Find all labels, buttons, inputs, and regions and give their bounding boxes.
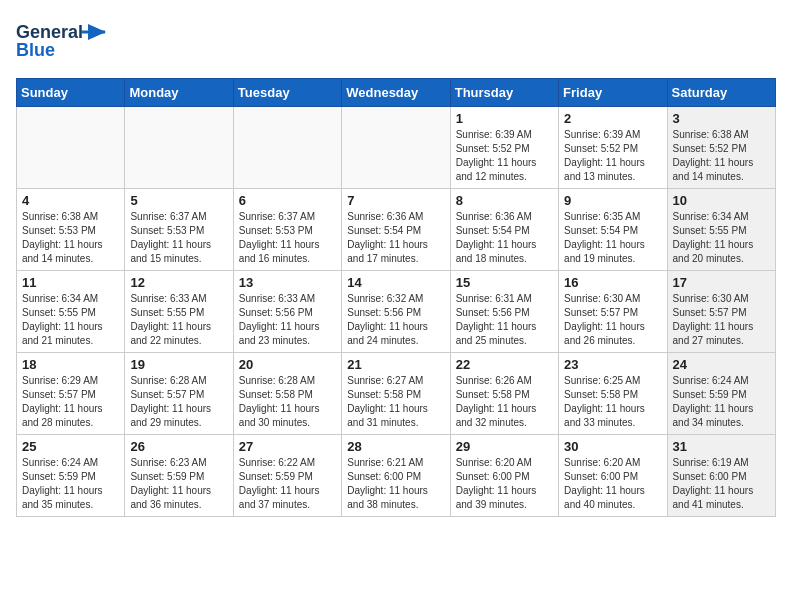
day-number: 24 xyxy=(673,357,770,372)
calendar-cell: 29Sunrise: 6:20 AM Sunset: 6:00 PM Dayli… xyxy=(450,435,558,517)
day-number: 4 xyxy=(22,193,119,208)
day-info: Sunrise: 6:23 AM Sunset: 5:59 PM Dayligh… xyxy=(130,456,227,512)
day-number: 7 xyxy=(347,193,444,208)
calendar-cell: 22Sunrise: 6:26 AM Sunset: 5:58 PM Dayli… xyxy=(450,353,558,435)
calendar-cell: 23Sunrise: 6:25 AM Sunset: 5:58 PM Dayli… xyxy=(559,353,667,435)
day-info: Sunrise: 6:20 AM Sunset: 6:00 PM Dayligh… xyxy=(564,456,661,512)
day-number: 28 xyxy=(347,439,444,454)
day-info: Sunrise: 6:28 AM Sunset: 5:58 PM Dayligh… xyxy=(239,374,336,430)
day-info: Sunrise: 6:30 AM Sunset: 5:57 PM Dayligh… xyxy=(673,292,770,348)
day-info: Sunrise: 6:39 AM Sunset: 5:52 PM Dayligh… xyxy=(564,128,661,184)
calendar-cell: 17Sunrise: 6:30 AM Sunset: 5:57 PM Dayli… xyxy=(667,271,775,353)
page-header: General Blue xyxy=(16,16,776,66)
calendar-cell: 3Sunrise: 6:38 AM Sunset: 5:52 PM Daylig… xyxy=(667,107,775,189)
calendar-cell: 21Sunrise: 6:27 AM Sunset: 5:58 PM Dayli… xyxy=(342,353,450,435)
day-info: Sunrise: 6:33 AM Sunset: 5:55 PM Dayligh… xyxy=(130,292,227,348)
day-number: 31 xyxy=(673,439,770,454)
calendar-cell: 7Sunrise: 6:36 AM Sunset: 5:54 PM Daylig… xyxy=(342,189,450,271)
day-header-monday: Monday xyxy=(125,79,233,107)
day-number: 16 xyxy=(564,275,661,290)
day-info: Sunrise: 6:32 AM Sunset: 5:56 PM Dayligh… xyxy=(347,292,444,348)
day-info: Sunrise: 6:34 AM Sunset: 5:55 PM Dayligh… xyxy=(22,292,119,348)
day-info: Sunrise: 6:24 AM Sunset: 5:59 PM Dayligh… xyxy=(673,374,770,430)
day-header-wednesday: Wednesday xyxy=(342,79,450,107)
day-info: Sunrise: 6:22 AM Sunset: 5:59 PM Dayligh… xyxy=(239,456,336,512)
day-header-friday: Friday xyxy=(559,79,667,107)
calendar-cell: 2Sunrise: 6:39 AM Sunset: 5:52 PM Daylig… xyxy=(559,107,667,189)
day-number: 19 xyxy=(130,357,227,372)
day-number: 6 xyxy=(239,193,336,208)
calendar-cell: 12Sunrise: 6:33 AM Sunset: 5:55 PM Dayli… xyxy=(125,271,233,353)
day-number: 27 xyxy=(239,439,336,454)
day-header-sunday: Sunday xyxy=(17,79,125,107)
day-info: Sunrise: 6:25 AM Sunset: 5:58 PM Dayligh… xyxy=(564,374,661,430)
calendar-cell: 6Sunrise: 6:37 AM Sunset: 5:53 PM Daylig… xyxy=(233,189,341,271)
day-info: Sunrise: 6:33 AM Sunset: 5:56 PM Dayligh… xyxy=(239,292,336,348)
day-info: Sunrise: 6:38 AM Sunset: 5:52 PM Dayligh… xyxy=(673,128,770,184)
svg-text:Blue: Blue xyxy=(16,40,55,60)
logo: General Blue xyxy=(16,16,126,66)
calendar-week-row: 1Sunrise: 6:39 AM Sunset: 5:52 PM Daylig… xyxy=(17,107,776,189)
day-info: Sunrise: 6:29 AM Sunset: 5:57 PM Dayligh… xyxy=(22,374,119,430)
calendar-cell: 13Sunrise: 6:33 AM Sunset: 5:56 PM Dayli… xyxy=(233,271,341,353)
day-number: 12 xyxy=(130,275,227,290)
day-number: 25 xyxy=(22,439,119,454)
day-info: Sunrise: 6:37 AM Sunset: 5:53 PM Dayligh… xyxy=(239,210,336,266)
day-number: 3 xyxy=(673,111,770,126)
day-info: Sunrise: 6:20 AM Sunset: 6:00 PM Dayligh… xyxy=(456,456,553,512)
day-number: 22 xyxy=(456,357,553,372)
calendar-cell: 31Sunrise: 6:19 AM Sunset: 6:00 PM Dayli… xyxy=(667,435,775,517)
calendar-cell: 15Sunrise: 6:31 AM Sunset: 5:56 PM Dayli… xyxy=(450,271,558,353)
calendar-cell: 8Sunrise: 6:36 AM Sunset: 5:54 PM Daylig… xyxy=(450,189,558,271)
day-info: Sunrise: 6:28 AM Sunset: 5:57 PM Dayligh… xyxy=(130,374,227,430)
logo-svg: General Blue xyxy=(16,16,126,66)
day-number: 15 xyxy=(456,275,553,290)
calendar-cell: 28Sunrise: 6:21 AM Sunset: 6:00 PM Dayli… xyxy=(342,435,450,517)
day-number: 10 xyxy=(673,193,770,208)
calendar-cell: 19Sunrise: 6:28 AM Sunset: 5:57 PM Dayli… xyxy=(125,353,233,435)
day-info: Sunrise: 6:39 AM Sunset: 5:52 PM Dayligh… xyxy=(456,128,553,184)
day-info: Sunrise: 6:34 AM Sunset: 5:55 PM Dayligh… xyxy=(673,210,770,266)
calendar-cell xyxy=(342,107,450,189)
day-number: 30 xyxy=(564,439,661,454)
day-info: Sunrise: 6:19 AM Sunset: 6:00 PM Dayligh… xyxy=(673,456,770,512)
day-number: 9 xyxy=(564,193,661,208)
calendar-week-row: 25Sunrise: 6:24 AM Sunset: 5:59 PM Dayli… xyxy=(17,435,776,517)
calendar-cell: 9Sunrise: 6:35 AM Sunset: 5:54 PM Daylig… xyxy=(559,189,667,271)
calendar-cell: 14Sunrise: 6:32 AM Sunset: 5:56 PM Dayli… xyxy=(342,271,450,353)
day-info: Sunrise: 6:24 AM Sunset: 5:59 PM Dayligh… xyxy=(22,456,119,512)
calendar-week-row: 4Sunrise: 6:38 AM Sunset: 5:53 PM Daylig… xyxy=(17,189,776,271)
calendar-cell: 20Sunrise: 6:28 AM Sunset: 5:58 PM Dayli… xyxy=(233,353,341,435)
calendar-cell: 18Sunrise: 6:29 AM Sunset: 5:57 PM Dayli… xyxy=(17,353,125,435)
day-number: 21 xyxy=(347,357,444,372)
day-header-saturday: Saturday xyxy=(667,79,775,107)
day-number: 23 xyxy=(564,357,661,372)
day-info: Sunrise: 6:35 AM Sunset: 5:54 PM Dayligh… xyxy=(564,210,661,266)
day-number: 18 xyxy=(22,357,119,372)
day-info: Sunrise: 6:36 AM Sunset: 5:54 PM Dayligh… xyxy=(347,210,444,266)
day-number: 11 xyxy=(22,275,119,290)
day-number: 13 xyxy=(239,275,336,290)
day-header-thursday: Thursday xyxy=(450,79,558,107)
day-info: Sunrise: 6:21 AM Sunset: 6:00 PM Dayligh… xyxy=(347,456,444,512)
calendar-cell xyxy=(125,107,233,189)
day-number: 2 xyxy=(564,111,661,126)
day-info: Sunrise: 6:38 AM Sunset: 5:53 PM Dayligh… xyxy=(22,210,119,266)
calendar-header-row: SundayMondayTuesdayWednesdayThursdayFrid… xyxy=(17,79,776,107)
day-header-tuesday: Tuesday xyxy=(233,79,341,107)
calendar-cell: 16Sunrise: 6:30 AM Sunset: 5:57 PM Dayli… xyxy=(559,271,667,353)
day-number: 14 xyxy=(347,275,444,290)
day-info: Sunrise: 6:30 AM Sunset: 5:57 PM Dayligh… xyxy=(564,292,661,348)
day-number: 29 xyxy=(456,439,553,454)
day-info: Sunrise: 6:37 AM Sunset: 5:53 PM Dayligh… xyxy=(130,210,227,266)
day-number: 20 xyxy=(239,357,336,372)
calendar-cell xyxy=(233,107,341,189)
day-number: 17 xyxy=(673,275,770,290)
calendar-cell: 27Sunrise: 6:22 AM Sunset: 5:59 PM Dayli… xyxy=(233,435,341,517)
day-info: Sunrise: 6:27 AM Sunset: 5:58 PM Dayligh… xyxy=(347,374,444,430)
day-number: 8 xyxy=(456,193,553,208)
calendar-cell: 11Sunrise: 6:34 AM Sunset: 5:55 PM Dayli… xyxy=(17,271,125,353)
calendar-cell xyxy=(17,107,125,189)
svg-text:General: General xyxy=(16,22,83,42)
calendar-cell: 1Sunrise: 6:39 AM Sunset: 5:52 PM Daylig… xyxy=(450,107,558,189)
